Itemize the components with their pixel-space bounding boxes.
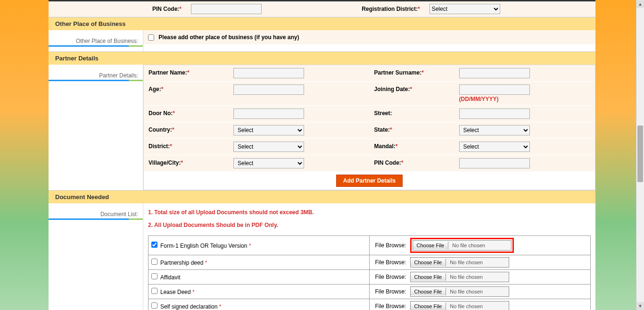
partner-street-input[interactable]	[459, 109, 530, 119]
other-place-checkbox-label: Please add other place of business (if y…	[158, 34, 299, 41]
document-name-cell: Lease Deed *	[149, 285, 370, 299]
partner-pin-input[interactable]	[459, 158, 530, 168]
other-place-checkbox[interactable]	[148, 34, 154, 41]
file-browse-label: File Browse:	[370, 270, 407, 285]
partner-name-label: Partner Name:*	[149, 68, 233, 76]
scroll-up-arrow[interactable]: ▲	[636, 0, 644, 8]
file-status: No file chosen	[448, 242, 489, 249]
required-star: *	[217, 303, 221, 310]
partner-surname-label: Partner Surname:*	[374, 68, 459, 76]
document-name-cell: Self signed declaration *	[149, 299, 370, 310]
choose-file-button[interactable]: Choose File	[411, 259, 446, 266]
other-place-left-label: Other Place of Business:	[49, 35, 143, 47]
section-header-partner: Partner Details	[49, 51, 595, 65]
date-format-hint: (DD/MM/YYYY)	[459, 96, 530, 102]
partner-age-input[interactable]	[233, 84, 304, 95]
document-checkbox[interactable]	[151, 302, 157, 309]
partner-door-input[interactable]	[233, 109, 304, 119]
page-wrapper: PIN Code:* Registration District:* Selec…	[49, 0, 595, 310]
section-header-other-place: Other Place of Business	[49, 17, 595, 30]
partner-country-label: Country:*	[149, 125, 233, 133]
partner-age-label: Age:*	[149, 84, 233, 92]
file-status: No file chosen	[446, 302, 487, 310]
document-row: Form-1 English OR Telugu Version *File B…	[149, 236, 591, 255]
required-star: *	[203, 260, 207, 266]
partner-door-label: Door No:*	[149, 109, 233, 117]
file-input-widget[interactable]: Choose FileNo file chosen	[410, 301, 509, 310]
partner-surname-input[interactable]	[459, 68, 530, 78]
document-checkbox[interactable]	[151, 288, 157, 294]
partner-joining-input[interactable]	[459, 84, 530, 95]
partner-street-label: Street:	[374, 109, 459, 117]
pin-code-label: PIN Code:*	[148, 6, 186, 12]
document-row: Self signed declaration *File Browse:Cho…	[149, 299, 591, 310]
partner-village-select[interactable]: Select	[233, 158, 304, 168]
partner-village-label: Village/City:*	[149, 158, 233, 166]
scroll-thumb[interactable]	[637, 126, 643, 182]
choose-file-button[interactable]: Choose File	[411, 273, 446, 281]
partner-district-label: District:*	[149, 142, 233, 150]
reg-district-select[interactable]: Select	[429, 4, 500, 14]
file-input-widget[interactable]: Choose FileNo file chosen	[410, 286, 509, 297]
file-cell: Choose FileNo file chosen	[407, 255, 591, 270]
document-name: Form-1 English OR Telugu Version	[160, 243, 248, 249]
choose-file-button[interactable]: Choose File	[411, 302, 446, 310]
document-row: Lease Deed *File Browse:Choose FileNo fi…	[149, 285, 591, 299]
file-status: No file chosen	[446, 273, 487, 281]
document-checkbox[interactable]	[151, 273, 157, 279]
file-browse-label: File Browse:	[370, 299, 407, 310]
document-name: Lease Deed	[160, 289, 191, 295]
required-star: *	[248, 243, 251, 249]
doc-note-1: 1. Total size of all Upload Documents sh…	[148, 206, 591, 219]
document-list-left-label: Document List:	[49, 208, 143, 220]
document-name-cell: Partnership deed *	[149, 255, 370, 270]
pin-code-input[interactable]	[191, 4, 262, 14]
file-browse-label: File Browse:	[370, 285, 407, 299]
file-input-widget[interactable]: Choose FileNo file chosen	[410, 257, 509, 268]
choose-file-button[interactable]: Choose File	[413, 242, 449, 249]
file-cell: Choose FileNo file chosen	[407, 299, 591, 310]
choose-file-button[interactable]: Choose File	[411, 288, 446, 295]
partner-state-label: State:*	[374, 125, 459, 133]
top-partial-row: PIN Code:* Registration District:* Selec…	[49, 1, 595, 17]
file-status: No file chosen	[446, 288, 487, 295]
partner-district-select[interactable]: Select	[233, 142, 304, 152]
partner-country-select[interactable]: Select	[233, 125, 304, 135]
document-checkbox[interactable]	[151, 242, 157, 248]
section-header-documents: Document Needed	[49, 190, 595, 203]
file-input-widget[interactable]: Choose FileNo file chosen	[413, 240, 512, 251]
highlighted-file-input: Choose FileNo file chosen	[410, 238, 514, 253]
file-cell: Choose FileNo file chosen	[407, 236, 591, 255]
document-checkbox[interactable]	[151, 259, 157, 265]
doc-note-2: 2. All Upload Documents Should be in PDF…	[148, 219, 591, 232]
documents-table: Form-1 English OR Telugu Version *File B…	[148, 235, 591, 310]
section-documents: Document List: 1. Total size of all Uplo…	[49, 203, 595, 310]
file-cell: Choose FileNo file chosen	[407, 285, 591, 299]
file-browse-label: File Browse:	[370, 255, 407, 270]
other-place-checkbox-row: Please add other place of business (if y…	[143, 30, 595, 44]
partner-mandal-select[interactable]: Select	[459, 142, 530, 152]
partner-mandal-label: Mandal:*	[374, 142, 459, 150]
partner-form: Partner Name:* Partner Surname:* Age:* J…	[143, 65, 595, 190]
document-name-cell: Form-1 English OR Telugu Version *	[149, 236, 370, 255]
reg-district-label: Registration District:*	[357, 6, 424, 12]
scroll-down-arrow[interactable]: ▼	[636, 302, 644, 310]
scroll-track[interactable]	[636, 8, 644, 302]
vertical-scrollbar[interactable]: ▲ ▼	[636, 0, 644, 310]
section-other-place: Other Place of Business: Please add othe…	[49, 30, 595, 51]
partner-state-select[interactable]: Select	[459, 125, 530, 135]
file-browse-label: File Browse:	[370, 236, 407, 255]
add-partner-button[interactable]: Add Partner Details	[336, 175, 403, 187]
file-status: No file chosen	[446, 259, 487, 266]
partner-pin-label: PIN Code:*	[374, 158, 459, 166]
document-row: AffidavitFile Browse:Choose FileNo file …	[149, 270, 591, 285]
file-input-widget[interactable]: Choose FileNo file chosen	[410, 272, 509, 282]
partner-joining-label: Joining Date:*	[374, 84, 459, 92]
document-name-cell: Affidavit	[149, 270, 370, 285]
document-name: Partnership deed	[160, 260, 203, 266]
document-row: Partnership deed *File Browse:Choose Fil…	[149, 255, 591, 270]
document-name: Self signed declaration	[160, 303, 217, 310]
document-name: Affidavit	[160, 274, 180, 281]
partner-left-label: Partner Details:	[49, 69, 143, 81]
partner-name-input[interactable]	[233, 68, 304, 78]
